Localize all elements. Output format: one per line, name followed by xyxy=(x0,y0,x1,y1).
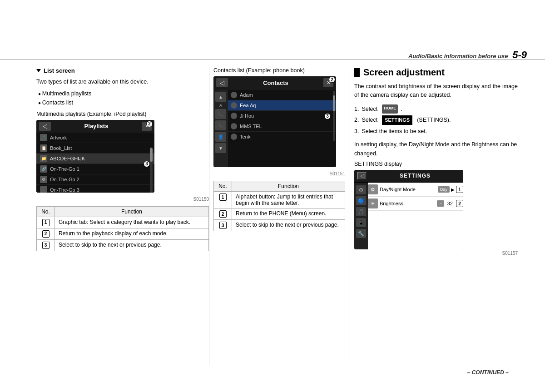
brightness-label: Brightness xyxy=(380,201,435,206)
playlist-list: 🎵 Artwork 📋 Book_List 📁 ABCDEFGHIJK 🔗 On… xyxy=(36,133,154,193)
contact-adam: Adam xyxy=(228,90,336,100)
brightness-value-text: 32 xyxy=(447,201,453,206)
table-row: 3 Select to skip to the next or previous… xyxy=(214,220,345,231)
contacts-function-table: No. Function 1 Alphabet button: Jump to … xyxy=(213,181,345,231)
daynight-value-text[interactable]: Day xyxy=(438,186,450,193)
row-badge-1: 1 xyxy=(42,219,50,226)
contacts-phone2-button[interactable]: 📞 xyxy=(215,120,226,130)
row-func-3: Select to skip to the next or previous p… xyxy=(55,239,209,251)
table-col-func: Function xyxy=(55,206,209,217)
row-func-1: Graphic tab: Select a category that want… xyxy=(55,217,209,228)
otg3-icon: ··· xyxy=(40,186,47,193)
left-mid-divider xyxy=(209,67,209,365)
step-1: 1. Select HOME. xyxy=(354,104,518,114)
contacts-side-panel: ▲ A 📞 📞 👤 ▼ xyxy=(213,90,228,167)
playlist-screen-mockup: ◁ Playlists ✕ 2 🎵 Artwork 📋 B xyxy=(36,120,154,193)
contacts-down-button[interactable]: ▼ xyxy=(215,143,226,153)
list-item-abc: 📁 ABCDEFGHIJK xyxy=(36,154,154,164)
daynight-badge: 1 xyxy=(456,186,463,193)
brightness-badge: 2 xyxy=(456,200,463,207)
mid-row-func-2: Return to the PHONE (Menu) screen. xyxy=(232,208,345,220)
mid-row-badge-3: 3 xyxy=(219,222,227,229)
step-2: 2. Select SETTINGS (SETTINGS). xyxy=(354,115,518,125)
screen-adjustment-note: In setting display, the Day/Night Mode a… xyxy=(354,140,518,158)
settings-row-brightness: ☀ Brightness − 32 2 xyxy=(368,197,463,211)
bullet-item-contacts: Contacts list xyxy=(38,98,209,107)
contact-mmstel: MMS TEL xyxy=(228,121,336,132)
settings-screen-mockup: ◁ SETTINGS ⚙ 🔵 🎵 📱 🔧 ⚙ Day/Night Mode Da… xyxy=(354,170,463,249)
otg2-icon: ⚙ xyxy=(40,176,47,183)
screen-adjustment-heading: Screen adjustment xyxy=(354,67,518,78)
row-func-2: Return to the playback display of each m… xyxy=(55,228,209,239)
screen-adjustment-title: Screen adjustment xyxy=(363,67,445,78)
contacts-example-label: Contacts list (Example: phone book) xyxy=(213,67,345,74)
settings-badge: SETTINGS xyxy=(382,115,412,125)
abc-icon: 📁 xyxy=(40,155,47,162)
section-label: Audio/Basic information before use xyxy=(408,53,508,60)
settings-icon-wrench[interactable]: 🔧 xyxy=(356,229,366,238)
list-screen-intro: Two types of list are available on this … xyxy=(36,78,209,86)
mid-row-badge-1: 1 xyxy=(219,194,227,201)
mid-table-col-func: Function xyxy=(232,181,345,192)
settings-screen-title: SETTINGS xyxy=(370,173,461,179)
header-section: Audio/Basic information before use 5-9 xyxy=(408,49,527,61)
footer-divider xyxy=(0,379,545,379)
screen-adjustment-intro: The contrast and brightness of the scree… xyxy=(354,82,518,100)
brightness-icon: ☀ xyxy=(368,198,378,208)
contacts-back-button[interactable]: ◁ xyxy=(216,78,228,87)
contacts-person-button[interactable]: 👤 xyxy=(215,132,226,142)
playlist-screen-title: Playlists xyxy=(51,123,142,129)
settings-icon-phone[interactable]: 📱 xyxy=(356,218,366,227)
contact-jihou: Ji Hou xyxy=(228,111,336,121)
alpha-indicator: A xyxy=(219,103,223,108)
daynight-arrow: ▶ xyxy=(451,187,455,192)
table-row: 1 Graphic tab: Select a category that wa… xyxy=(37,217,209,228)
contact-icon xyxy=(231,92,237,98)
list-screen-heading: List screen xyxy=(44,67,75,74)
contact-icon xyxy=(231,134,237,140)
brightness-minus[interactable]: − xyxy=(437,200,444,207)
daynight-icon: ⚙ xyxy=(368,184,378,194)
contacts-title: Contacts xyxy=(228,79,323,86)
contact-eeaaq: Eea Aq xyxy=(228,100,336,111)
home-badge: HOME xyxy=(382,104,398,114)
brightness-value: − 32 2 xyxy=(437,200,463,207)
left-column: List screen Two types of list are availa… xyxy=(36,67,209,251)
contacts-phone-button[interactable]: 📞 xyxy=(215,109,226,119)
bullet-list: Multimedia playlists Contacts list xyxy=(38,89,209,107)
settings-icon-gear[interactable]: ⚙ xyxy=(356,185,366,194)
heading-accent xyxy=(354,68,360,77)
list-item-otg3: ··· On-The-Go 3 xyxy=(36,185,154,193)
settings-icon-music[interactable]: 🎵 xyxy=(356,207,366,216)
badge-3-playlist: 3 xyxy=(144,161,150,167)
settings-display-label: SETTINGS display xyxy=(354,161,518,167)
list-screen-title: List screen xyxy=(36,67,209,74)
row-badge-3: 3 xyxy=(42,242,50,249)
mid-right-divider xyxy=(350,67,350,365)
playlist-top-bar: ◁ Playlists ✕ 2 xyxy=(36,120,154,133)
settings-icon-bluetooth[interactable]: 🔵 xyxy=(356,196,366,205)
settings-side-icons: ⚙ 🔵 🎵 📱 🔧 xyxy=(354,183,368,249)
contacts-screen-wrapper: ◁ Contacts ✕ 2 Download Contacts Delete … xyxy=(213,76,336,169)
contacts-screen-mockup: ◁ Contacts ✕ 2 Download Contacts Delete … xyxy=(213,76,336,167)
otg1-icon: 🔗 xyxy=(40,165,47,173)
table-row: 2 Return to the PHONE (Menu) screen. xyxy=(214,208,345,220)
settings-main-area: ⚙ Day/Night Mode Day ▶ 1 ☀ Brightness − … xyxy=(368,183,463,249)
playlist-scrollbar[interactable] xyxy=(150,147,153,193)
mid-row-func-3: Select to skip to the next or previous p… xyxy=(232,220,345,231)
triangle-icon xyxy=(36,69,41,72)
badge-2-playlist: 2 xyxy=(146,121,153,127)
badge-2-contacts: 2 xyxy=(329,76,335,83)
mid-row-badge-2: 2 xyxy=(219,210,227,218)
playlist-back-button[interactable]: ◁ xyxy=(39,122,51,131)
contacts-up-button[interactable]: ▲ xyxy=(215,92,226,102)
list-item-otg2: ⚙ On-The-Go 2 xyxy=(36,174,154,185)
settings-back-button[interactable]: ◁ xyxy=(357,172,367,180)
list-item-booklist: 📋 Book_List xyxy=(36,143,154,154)
contact-icon xyxy=(231,102,237,109)
daynight-label: Day/Night Mode xyxy=(380,187,436,192)
artwork-icon: 🎵 xyxy=(40,134,47,141)
contacts-scrollbar[interactable] xyxy=(333,91,335,141)
badge-3-contacts: 3 xyxy=(324,113,331,119)
contacts-top-bar: ◁ Contacts ✕ 2 xyxy=(213,76,336,89)
